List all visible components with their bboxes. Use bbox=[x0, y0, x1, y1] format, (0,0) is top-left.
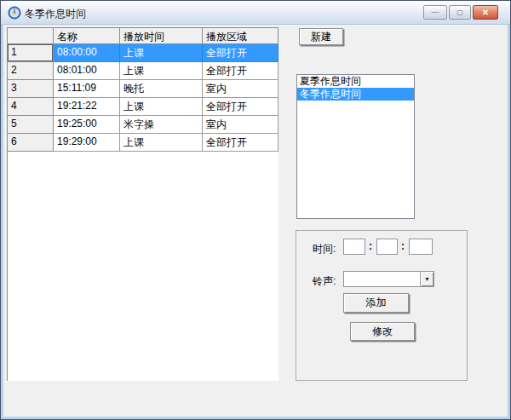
time-colon: : bbox=[369, 240, 372, 252]
cell-name[interactable]: 08:00:00 bbox=[54, 44, 120, 62]
table-row[interactable]: 3 15:11:09 晚托 室内 bbox=[8, 80, 278, 98]
new-button[interactable]: 新建 bbox=[299, 28, 343, 45]
row-header[interactable]: 5 bbox=[8, 116, 54, 134]
header-corner[interactable] bbox=[8, 28, 54, 44]
table-row[interactable]: 2 08:01:00 上课 全部打开 bbox=[8, 62, 278, 80]
add-button[interactable]: 添加 bbox=[343, 293, 409, 313]
maximize-button[interactable]: ▢ bbox=[449, 5, 471, 20]
table-row[interactable]: 5 19:25:00 米字操 室内 bbox=[8, 116, 278, 134]
cell-play-time[interactable]: 上课 bbox=[120, 62, 203, 80]
editor-panel: 时间: : : 铃声: ▼ 添加 修改 bbox=[296, 230, 468, 381]
list-item-winter[interactable]: 冬季作息时间 bbox=[297, 88, 414, 101]
chevron-down-icon[interactable]: ▼ bbox=[420, 272, 433, 286]
row-header[interactable]: 3 bbox=[8, 80, 54, 98]
app-window: 冬季作息时间 — ▢ ✕ 名称 播放时间 播放区域 1 08:00:00 上课 … bbox=[0, 0, 511, 420]
caption-controls: — ▢ ✕ bbox=[423, 5, 498, 20]
table-empty-area bbox=[8, 152, 278, 381]
cell-play-time[interactable]: 上课 bbox=[120, 98, 203, 116]
cell-name[interactable]: 08:01:00 bbox=[54, 62, 120, 80]
row-header[interactable]: 4 bbox=[8, 98, 54, 116]
cell-name[interactable]: 19:29:00 bbox=[54, 134, 120, 152]
cell-play-area[interactable]: 全部打开 bbox=[203, 44, 278, 62]
cell-name[interactable]: 19:25:00 bbox=[54, 116, 120, 134]
cell-play-time[interactable]: 晚托 bbox=[120, 80, 203, 98]
hour-input[interactable] bbox=[343, 239, 365, 255]
cell-play-area[interactable]: 全部打开 bbox=[203, 62, 278, 80]
table-header-row: 名称 播放时间 播放区域 bbox=[8, 28, 278, 44]
schedule-listbox[interactable]: 夏季作息时间 冬季作息时间 bbox=[296, 74, 415, 219]
row-header[interactable]: 2 bbox=[8, 62, 54, 80]
schedule-table: 名称 播放时间 播放区域 1 08:00:00 上课 全部打开 2 08:01:… bbox=[7, 27, 278, 381]
cell-play-time[interactable]: 上课 bbox=[120, 44, 203, 62]
cell-play-area[interactable]: 室内 bbox=[203, 116, 278, 134]
cell-play-time[interactable]: 上课 bbox=[120, 134, 203, 152]
minimize-button[interactable]: — bbox=[423, 5, 447, 20]
app-icon bbox=[8, 6, 21, 20]
title-bar[interactable]: 冬季作息时间 — ▢ ✕ bbox=[1, 1, 510, 25]
minute-input[interactable] bbox=[376, 239, 398, 255]
cell-play-area[interactable]: 全部打开 bbox=[203, 134, 278, 152]
ringtone-label: 铃声: bbox=[313, 274, 336, 289]
cell-name[interactable]: 19:21:22 bbox=[54, 98, 120, 116]
table-row[interactable]: 4 19:21:22 上课 全部打开 bbox=[8, 98, 278, 116]
cell-play-time[interactable]: 米字操 bbox=[120, 116, 203, 134]
client-area: 名称 播放时间 播放区域 1 08:00:00 上课 全部打开 2 08:01:… bbox=[3, 25, 508, 417]
window-title: 冬季作息时间 bbox=[25, 7, 86, 21]
header-play-time[interactable]: 播放时间 bbox=[120, 28, 203, 44]
table-row[interactable]: 1 08:00:00 上课 全部打开 bbox=[8, 44, 278, 62]
second-input[interactable] bbox=[409, 239, 433, 255]
close-button[interactable]: ✕ bbox=[473, 5, 498, 20]
cell-name[interactable]: 15:11:09 bbox=[54, 80, 120, 98]
time-label: 时间: bbox=[313, 242, 336, 256]
time-colon: : bbox=[401, 240, 405, 252]
table-row[interactable]: 6 19:29:00 上课 全部打开 bbox=[8, 134, 278, 152]
cell-play-area[interactable]: 室内 bbox=[203, 80, 278, 98]
cell-play-area[interactable]: 全部打开 bbox=[203, 98, 278, 116]
row-header[interactable]: 1 bbox=[8, 44, 54, 62]
ringtone-dropdown[interactable]: ▼ bbox=[343, 271, 434, 287]
header-name[interactable]: 名称 bbox=[54, 28, 120, 44]
header-play-area[interactable]: 播放区域 bbox=[203, 28, 278, 44]
row-header[interactable]: 6 bbox=[8, 134, 54, 152]
list-item-summer[interactable]: 夏季作息时间 bbox=[297, 75, 414, 88]
modify-button[interactable]: 修改 bbox=[350, 322, 415, 341]
